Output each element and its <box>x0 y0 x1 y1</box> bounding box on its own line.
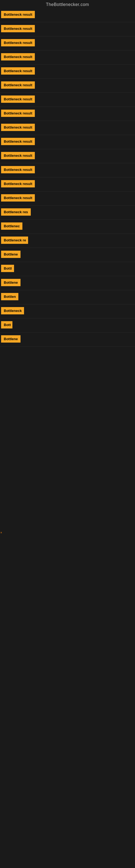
bottleneck-row[interactable]: Bottleneck result <box>0 149 135 163</box>
bottleneck-row[interactable]: Bottleneck <box>0 304 135 318</box>
bottleneck-result-badge: Bott <box>1 321 12 329</box>
bottleneck-row[interactable]: Bottleneck result <box>0 93 135 107</box>
bottleneck-row[interactable]: Bottleneck result <box>0 65 135 79</box>
bottleneck-row[interactable]: Bottlene <box>0 276 135 290</box>
bottleneck-row[interactable]: Bott <box>0 318 135 333</box>
bottleneck-result-badge: Bottleneck res <box>1 208 31 216</box>
bottleneck-row[interactable]: Bottleneck result <box>0 36 135 51</box>
small-axis-label: x <box>1 531 2 534</box>
bottleneck-row[interactable]: Bottleneck result <box>0 107 135 121</box>
bottleneck-result-badge: Bottleneck re <box>1 237 28 244</box>
bottleneck-result-badge: Bottleneck result <box>1 25 35 32</box>
bottleneck-result-badge: Bottleneck result <box>1 95 35 103</box>
bottleneck-row[interactable]: Bottleneck res <box>0 206 135 220</box>
bottleneck-result-badge: Bottleneck result <box>1 67 35 74</box>
bottleneck-row[interactable]: Bottleneck result <box>0 22 135 36</box>
bottleneck-result-badge: Bottlene <box>1 335 20 343</box>
bottleneck-row[interactable]: Bottleneck re <box>0 234 135 248</box>
bottleneck-result-badge: Bottlene <box>1 279 20 286</box>
bottleneck-result-badge: Bottlene <box>1 251 20 258</box>
bottleneck-row[interactable]: Bottleneck result <box>0 177 135 191</box>
bottleneck-result-badge: Bottleneck result <box>1 11 35 18</box>
bottleneck-row[interactable]: Bottlenec <box>0 220 135 234</box>
bottleneck-result-badge: Bottl <box>1 265 14 272</box>
bottleneck-result-badge: Bottleneck result <box>1 180 35 187</box>
bottleneck-result-badge: Bottleneck result <box>1 39 35 46</box>
bottleneck-row[interactable]: Bottleneck result <box>0 8 135 22</box>
bottleneck-row[interactable]: Bottleneck result <box>0 79 135 93</box>
bottleneck-result-badge: Bottleneck result <box>1 124 35 131</box>
bottleneck-result-badge: Bottleneck result <box>1 82 35 89</box>
bottleneck-row[interactable]: Bottleneck result <box>0 135 135 149</box>
bottleneck-result-badge: Bottlenec <box>1 222 22 230</box>
bottleneck-row[interactable]: Bottlen <box>0 290 135 304</box>
bottleneck-row[interactable]: Bottlene <box>0 333 135 347</box>
bottleneck-result-badge: Bottleneck result <box>1 138 35 145</box>
bottleneck-row[interactable]: Bottleneck result <box>0 163 135 177</box>
bottleneck-result-badge: Bottlen <box>1 293 18 300</box>
bottleneck-row[interactable]: Bottl <box>0 262 135 276</box>
bottleneck-row[interactable]: Bottlene <box>0 248 135 262</box>
site-title: TheBottlenecker.com <box>0 0 135 8</box>
bottleneck-result-badge: Bottleneck result <box>1 110 35 117</box>
bottleneck-row[interactable]: Bottleneck result <box>0 191 135 206</box>
bottleneck-result-badge: Bottleneck result <box>1 53 35 61</box>
bottleneck-result-badge: Bottleneck result <box>1 152 35 159</box>
bottleneck-result-badge: Bottleneck result <box>1 194 35 202</box>
bottleneck-row[interactable]: Bottleneck result <box>0 51 135 65</box>
bottleneck-result-badge: Bottleneck <box>1 307 24 314</box>
bottleneck-result-badge: Bottleneck result <box>1 166 35 173</box>
bottleneck-row[interactable]: Bottleneck result <box>0 121 135 135</box>
